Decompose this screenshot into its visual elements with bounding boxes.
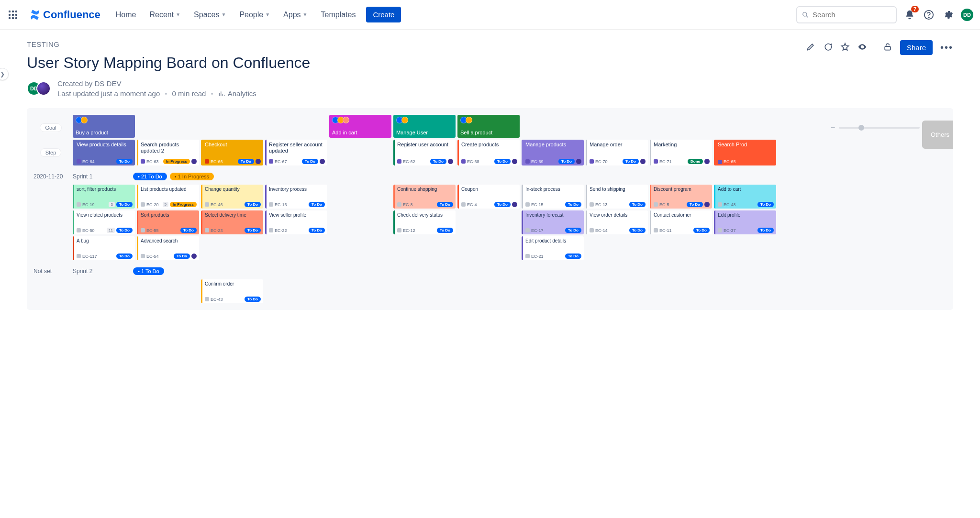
goal-card[interactable]: Add in cart: [329, 115, 391, 138]
avatar: [36, 81, 51, 96]
step-card[interactable]: Create productsEC-68To Do: [457, 140, 520, 165]
search-field[interactable]: [813, 11, 891, 19]
settings-icon[interactable]: [942, 9, 954, 21]
row-label: Step: [40, 148, 62, 157]
step-card[interactable]: MarketingEC-71Done: [650, 140, 712, 165]
nav-templates[interactable]: Templates: [321, 11, 356, 19]
story-card[interactable]: Change quantityEC-46To Do: [201, 185, 263, 209]
watch-icon[interactable]: [858, 42, 867, 54]
sprint-header[interactable]: Not setSprint 2• 1 To Do: [31, 262, 776, 277]
read-time: 0 min read: [172, 89, 206, 98]
brand-label: Confluence: [43, 9, 100, 21]
share-button[interactable]: Share: [900, 40, 933, 55]
edit-icon[interactable]: [806, 42, 815, 54]
story-card[interactable]: Select delivery timeEC-23To Do: [201, 210, 263, 234]
nav-apps[interactable]: Apps▼: [283, 11, 307, 19]
story-card[interactable]: Continue shoppingEC-8To Do: [393, 185, 456, 209]
notifications-icon[interactable]: 7: [903, 9, 916, 21]
analytics-link[interactable]: Analytics: [218, 89, 256, 98]
story-card[interactable]: sort, filter productsEC-193To Do: [73, 185, 135, 209]
story-card[interactable]: Inventory processEC-16To Do: [265, 185, 327, 209]
story-card[interactable]: Confirm orderEC-43To Do: [201, 279, 263, 303]
story-card[interactable]: A bugEC-117To Do: [73, 236, 135, 260]
story-card[interactable]: Edit product detailsEC-21To Do: [522, 236, 584, 260]
restrictions-icon[interactable]: [883, 42, 892, 54]
svg-rect-0: [9, 11, 11, 12]
story-card[interactable]: Contact customerEC-11To Do: [650, 210, 712, 234]
goal-card[interactable]: Manage User: [393, 115, 456, 138]
create-button[interactable]: Create: [366, 7, 401, 22]
expand-sidebar-icon[interactable]: ❯: [0, 68, 9, 80]
svg-rect-2: [15, 11, 17, 12]
zoom-slider[interactable]: − ＋: [831, 122, 931, 133]
story-card[interactable]: In-stock processEC-15To Do: [522, 185, 584, 209]
nav-home[interactable]: Home: [116, 11, 136, 19]
story-card[interactable]: Discount programEC-5To Do: [650, 185, 712, 209]
nav-spaces[interactable]: Spaces▼: [194, 11, 226, 19]
step-card[interactable]: Search ProdEC-65: [714, 140, 776, 165]
svg-rect-6: [9, 17, 11, 19]
nav-people[interactable]: People▼: [239, 11, 270, 19]
last-updated: Last updated just a moment ago: [57, 89, 160, 98]
separator: [875, 43, 875, 53]
svg-rect-8: [15, 17, 17, 19]
more-actions-icon[interactable]: •••: [940, 42, 953, 53]
story-card[interactable]: Check delivery statusEC-12To Do: [393, 210, 456, 234]
author-avatars[interactable]: DD: [27, 81, 51, 96]
avatar[interactable]: DD: [961, 9, 973, 21]
story-card[interactable]: Edit profileEC-37To Do: [714, 210, 776, 234]
story-card[interactable]: Add to cartEC-48To Do: [714, 185, 776, 209]
notif-badge: 7: [911, 6, 919, 12]
story-card[interactable]: View order detailsEC-14To Do: [586, 210, 648, 234]
story-card[interactable]: Advanced searchEC-54To Do: [137, 236, 199, 260]
svg-rect-5: [15, 14, 17, 16]
comment-icon[interactable]: [823, 42, 833, 54]
help-icon[interactable]: [923, 9, 935, 21]
step-card[interactable]: Register seller account updatedEC-67To D…: [265, 140, 327, 165]
step-card[interactable]: CheckoutEC-66To Do: [201, 140, 263, 165]
search-input[interactable]: [796, 6, 897, 23]
created-by: Created by DS DEV: [57, 79, 256, 88]
svg-line-10: [806, 15, 808, 17]
chevron-down-icon: ▼: [221, 12, 226, 17]
svg-rect-7: [12, 17, 14, 19]
app-switcher-icon[interactable]: [7, 9, 19, 21]
zoom-out-icon[interactable]: −: [831, 123, 835, 132]
svg-rect-3: [9, 14, 11, 16]
story-card[interactable]: Inventory forecastEC-17To Do: [522, 210, 584, 234]
page-title: User Story Mapping Board on Confluence: [27, 54, 310, 72]
svg-rect-13: [885, 46, 891, 50]
chevron-down-icon: ▼: [303, 12, 308, 17]
svg-rect-1: [12, 11, 14, 12]
step-card[interactable]: Manage productsEC-69To Do: [522, 140, 584, 165]
step-card[interactable]: View products detailsEC-64To Do: [73, 140, 135, 165]
star-icon[interactable]: [840, 42, 850, 54]
others-button[interactable]: Others: [922, 121, 953, 149]
story-card[interactable]: Sort productsEC-55To Do: [137, 210, 199, 234]
goal-card[interactable]: Buy a product: [73, 115, 135, 138]
story-map-board: − ＋ Others GoalBuy a productAdd in cartM…: [27, 108, 953, 310]
story-card[interactable]: View seller profileEC-22To Do: [265, 210, 327, 234]
sprint-header[interactable]: 2020-11-20Sprint 1• 21 To Do• 1 In Progr…: [31, 167, 776, 183]
story-card[interactable]: CouponEC-4To Do: [457, 185, 520, 209]
confluence-logo[interactable]: Confluence: [30, 9, 100, 21]
story-card[interactable]: Send to shippingEC-13To Do: [586, 185, 648, 209]
goal-card[interactable]: Sell a product: [457, 115, 520, 138]
step-card[interactable]: Search products updated 2EC-63In Progres…: [137, 140, 199, 165]
chevron-down-icon: ▼: [176, 12, 180, 17]
row-label: Goal: [40, 123, 61, 132]
nav-recent[interactable]: Recent▼: [149, 11, 180, 19]
story-card[interactable]: View related productsEC-5011To Do: [73, 210, 135, 234]
svg-point-12: [928, 17, 929, 18]
story-card[interactable]: List products updatedEC-205In Progress: [137, 185, 199, 209]
step-card[interactable]: Manage orderEC-70To Do: [586, 140, 648, 165]
svg-rect-4: [12, 14, 14, 16]
step-card[interactable]: Register user accountEC-62To Do: [393, 140, 456, 165]
svg-point-9: [803, 12, 807, 16]
breadcrumb[interactable]: TESTING: [27, 40, 310, 48]
chevron-down-icon: ▼: [265, 12, 270, 17]
